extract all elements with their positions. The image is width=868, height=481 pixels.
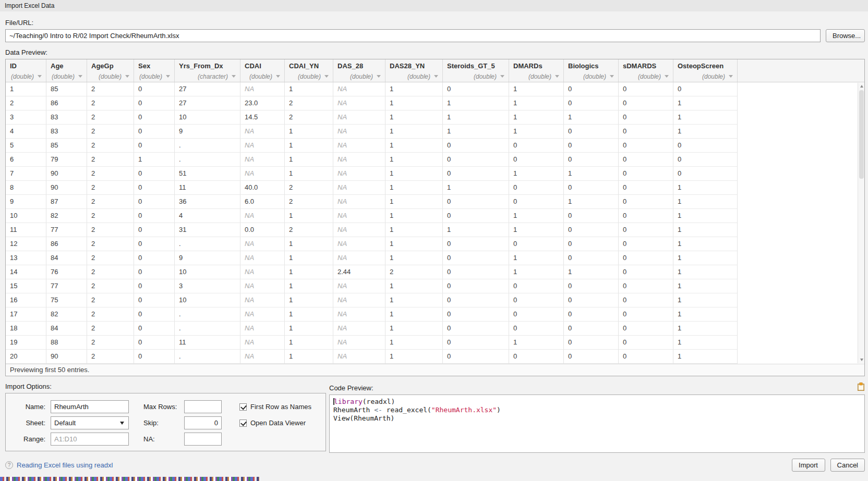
clipboard-icon[interactable] (857, 383, 865, 391)
table-cell: NA (333, 167, 385, 181)
table-cell: 0 (443, 167, 509, 181)
table-cell: 1 (385, 139, 443, 153)
table-cell: 0 (619, 251, 673, 265)
column-menu-icon[interactable] (610, 75, 614, 78)
help-icon: ? (5, 461, 13, 469)
table-cell: 13 (6, 251, 46, 265)
column-menu-icon[interactable] (166, 75, 170, 78)
column-menu-icon[interactable] (125, 75, 129, 78)
row-filler (738, 336, 864, 350)
scrollbar-thumb[interactable] (859, 90, 864, 179)
table-cell: NA (240, 307, 285, 322)
table-cell: 0 (619, 82, 673, 96)
table-cell: 1 (285, 322, 333, 336)
column-menu-icon[interactable] (276, 75, 280, 78)
column-name: Age (51, 62, 82, 70)
table-cell: 79 (46, 153, 87, 167)
help-link[interactable]: ? Reading Excel files using readxl (5, 461, 113, 469)
table-cell: 0 (619, 293, 673, 307)
table-cell: 86 (46, 237, 87, 251)
browse-button[interactable]: Browse... (826, 29, 865, 42)
scrollbar-down-icon[interactable] (858, 356, 865, 363)
table-cell: 9 (175, 251, 240, 265)
table-cell: 0 (564, 322, 619, 336)
table-cell: 0 (134, 322, 175, 336)
table-cell: 0 (564, 307, 619, 322)
skip-input[interactable] (184, 416, 222, 429)
table-scrollbar[interactable] (858, 83, 864, 363)
row-filler (738, 237, 864, 251)
table-cell: 1 (509, 96, 564, 110)
file-url-input[interactable] (5, 29, 821, 42)
table-cell: 1 (285, 265, 333, 279)
table-cell: . (175, 153, 240, 167)
table-body: 1852027NA1NA101000286202723.02NA11100138… (6, 82, 864, 364)
column-menu-icon[interactable] (38, 75, 42, 78)
row-filler (738, 110, 864, 125)
table-cell: 0 (564, 251, 619, 265)
first-row-as-names-checkbox[interactable] (239, 403, 247, 411)
scrollbar-up-icon[interactable] (858, 83, 865, 90)
column-header-CDAI_YN: CDAI_YN(double) (285, 59, 333, 82)
column-type: (double) (583, 73, 606, 80)
table-cell: NA (240, 209, 285, 223)
table-row: 483209NA1NA111001 (6, 125, 864, 139)
column-name: sDMARDS (623, 62, 669, 70)
table-cell: 1 (285, 350, 333, 364)
row-filler (738, 82, 864, 96)
table-cell: NA (240, 251, 285, 265)
cancel-button[interactable]: Cancel (830, 459, 865, 472)
table-cell: 4 (6, 125, 46, 139)
table-row: 1384209NA1NA101001 (6, 251, 864, 265)
column-menu-icon[interactable] (78, 75, 82, 78)
table-cell: 0 (134, 110, 175, 125)
table-cell: 0 (673, 82, 738, 96)
import-options-panel: Name: Max Rows: First Row as Names Sheet… (5, 393, 326, 451)
table-cell: 2 (87, 293, 134, 307)
column-header-Age: Age(double) (46, 59, 87, 82)
table-cell: 0 (443, 139, 509, 153)
column-header-OsteopScreen: OsteopScreen(double) (673, 59, 738, 82)
row-filler (738, 181, 864, 195)
code-preview-box[interactable]: library(readxl)RheumArth <- read_excel("… (329, 394, 865, 453)
table-cell: 14 (6, 265, 46, 279)
na-input[interactable] (184, 433, 222, 446)
open-data-viewer-checkbox[interactable] (239, 420, 247, 427)
name-input[interactable] (51, 400, 129, 413)
table-cell: 1 (509, 82, 564, 96)
column-menu-icon[interactable] (232, 75, 236, 78)
table-cell: NA (240, 279, 285, 293)
table-cell: NA (333, 195, 385, 209)
column-menu-icon[interactable] (377, 75, 381, 78)
table-row: 14762010NA12.44201101 (6, 265, 864, 279)
column-menu-icon[interactable] (434, 75, 438, 78)
table-cell: 0 (443, 265, 509, 279)
table-cell: NA (240, 153, 285, 167)
table-cell: NA (333, 279, 385, 293)
table-cell: 0 (619, 195, 673, 209)
import-button[interactable]: Import (792, 459, 825, 472)
column-menu-icon[interactable] (324, 75, 329, 78)
column-menu-icon[interactable] (555, 75, 559, 78)
max-rows-input[interactable] (184, 400, 222, 413)
table-row: 890201140.02NA110001 (6, 181, 864, 195)
column-name: Sex (138, 62, 170, 70)
column-menu-icon[interactable] (729, 75, 733, 78)
dialog-titlebar[interactable]: Import Excel Data (0, 0, 868, 11)
range-input[interactable] (51, 433, 129, 446)
sheet-select[interactable]: Default (51, 416, 129, 429)
table-cell: 1 (385, 322, 443, 336)
column-menu-icon[interactable] (500, 75, 504, 78)
table-cell: 0 (564, 139, 619, 153)
code-token-plain: (readxl) (363, 398, 395, 405)
column-type: (double) (350, 73, 373, 80)
data-preview-label: Data Preview: (5, 48, 865, 56)
table-cell: 1 (134, 153, 175, 167)
column-menu-icon[interactable] (665, 75, 669, 78)
table-cell: 10 (175, 110, 240, 125)
dialog-title: Import Excel Data (5, 2, 54, 9)
table-cell: 19 (6, 336, 46, 350)
column-header-CDAI: CDAI(double) (240, 59, 285, 82)
table-cell: 2 (87, 307, 134, 322)
table-cell: 1 (443, 110, 509, 125)
